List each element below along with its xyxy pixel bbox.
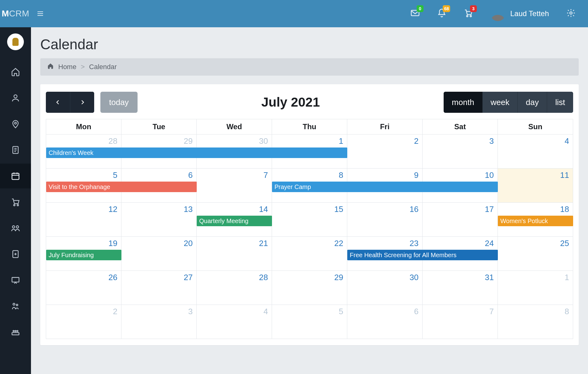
svg-point-1 bbox=[467, 15, 468, 17]
day-cell[interactable]: 30 bbox=[197, 134, 272, 169]
day-cell[interactable]: 21 bbox=[197, 237, 272, 271]
breadcrumb-current: Calendar bbox=[89, 63, 117, 71]
hamburger-icon[interactable] bbox=[31, 10, 50, 17]
day-cell[interactable]: 3 bbox=[423, 134, 498, 169]
today-button[interactable]: today bbox=[100, 92, 138, 113]
day-number: 29 bbox=[121, 134, 196, 147]
mail-icon[interactable]: 0 bbox=[410, 8, 420, 19]
nav-family[interactable] bbox=[0, 294, 31, 319]
day-cell[interactable]: 27 bbox=[121, 271, 197, 305]
day-cell[interactable]: 20 bbox=[121, 237, 197, 271]
day-cell[interactable]: 29 bbox=[121, 134, 197, 169]
view-list[interactable]: list bbox=[547, 92, 573, 113]
topbar-right: 0 68 3 Laud Tetteh bbox=[410, 6, 588, 21]
nav-add-document[interactable] bbox=[0, 242, 31, 266]
sidebar bbox=[0, 27, 31, 374]
day-cell[interactable]: 9 bbox=[347, 169, 423, 203]
nav-home[interactable] bbox=[0, 59, 31, 84]
svg-point-4 bbox=[14, 95, 17, 98]
day-cell[interactable]: 1 bbox=[272, 134, 347, 169]
day-cell[interactable]: 28 bbox=[197, 271, 272, 305]
next-button[interactable] bbox=[70, 92, 94, 113]
day-cell[interactable]: 6 bbox=[121, 169, 197, 203]
nav-location[interactable] bbox=[0, 112, 31, 136]
org-logo[interactable] bbox=[7, 33, 24, 50]
nav-people[interactable] bbox=[0, 86, 31, 110]
day-cell[interactable]: 1 bbox=[498, 271, 573, 305]
day-cell[interactable]: 5 bbox=[272, 305, 347, 339]
day-number: 26 bbox=[46, 271, 121, 284]
day-cell[interactable]: 11 bbox=[498, 169, 573, 203]
brand-logo[interactable]: MCRM bbox=[0, 0, 31, 27]
day-cell[interactable]: 4 bbox=[498, 134, 573, 169]
day-header: Sun bbox=[498, 119, 573, 134]
day-cell[interactable]: 3 bbox=[121, 305, 197, 339]
day-number: 28 bbox=[46, 134, 121, 147]
prev-button[interactable] bbox=[46, 92, 70, 113]
day-cell[interactable]: 5Visit to the Orphanage bbox=[46, 169, 121, 203]
home-icon bbox=[47, 63, 54, 71]
day-cell[interactable]: 8Prayer Camp bbox=[272, 169, 347, 203]
day-cell[interactable]: 14Quarterly Meeting bbox=[197, 203, 272, 237]
day-number: 1 bbox=[272, 134, 347, 147]
day-cell[interactable]: 8 bbox=[498, 305, 573, 339]
calendar-event[interactable]: July Fundraising bbox=[46, 250, 121, 260]
day-number: 28 bbox=[197, 271, 272, 284]
breadcrumb-home[interactable]: Home bbox=[58, 63, 77, 71]
svg-point-5 bbox=[15, 122, 16, 124]
day-cell[interactable]: 26 bbox=[46, 271, 121, 305]
view-day[interactable]: day bbox=[517, 92, 547, 113]
day-cell[interactable]: 6 bbox=[347, 305, 423, 339]
calendar-event[interactable]: Women's Potluck bbox=[498, 216, 573, 226]
day-cell[interactable]: 15 bbox=[272, 203, 347, 237]
day-cell[interactable]: 17 bbox=[423, 203, 498, 237]
day-cell[interactable]: 13 bbox=[121, 203, 197, 237]
day-cell[interactable]: 2 bbox=[46, 305, 121, 339]
cart-icon[interactable]: 3 bbox=[464, 8, 473, 19]
day-cell[interactable]: 18Women's Potluck bbox=[498, 203, 573, 237]
user-menu[interactable]: Laud Tetteh bbox=[490, 6, 549, 21]
day-cell[interactable]: 30 bbox=[347, 271, 423, 305]
day-cell[interactable]: 12 bbox=[46, 203, 121, 237]
cart-badge: 3 bbox=[470, 5, 477, 12]
nav-arrows bbox=[46, 92, 94, 113]
svg-point-18 bbox=[15, 330, 16, 332]
view-week[interactable]: week bbox=[482, 92, 518, 113]
day-cell[interactable]: 31 bbox=[423, 271, 498, 305]
day-cell[interactable]: 28Children's Week bbox=[46, 134, 121, 169]
day-number: 3 bbox=[423, 134, 498, 147]
day-cell[interactable]: 25 bbox=[498, 237, 573, 271]
day-number: 9 bbox=[347, 169, 422, 181]
day-number: 7 bbox=[197, 169, 272, 181]
day-cell[interactable]: 23Free Health Screening for All Members bbox=[347, 237, 423, 271]
nav-presentation[interactable] bbox=[0, 268, 31, 293]
day-cell[interactable]: 4 bbox=[197, 305, 272, 339]
day-cell[interactable]: 2 bbox=[347, 134, 423, 169]
nav-shop[interactable] bbox=[0, 190, 31, 214]
day-cell[interactable]: 16 bbox=[347, 203, 423, 237]
day-number: 3 bbox=[121, 305, 196, 318]
nav-seating[interactable] bbox=[0, 320, 31, 345]
calendar-event[interactable]: Quarterly Meeting bbox=[197, 216, 272, 226]
day-cell[interactable]: 10 bbox=[423, 169, 498, 203]
day-cell[interactable]: 24 bbox=[423, 237, 498, 271]
day-header: Fri bbox=[347, 119, 423, 134]
day-number: 7 bbox=[423, 305, 498, 318]
day-number: 24 bbox=[423, 237, 498, 249]
nav-documents[interactable] bbox=[0, 138, 31, 162]
bell-icon[interactable]: 68 bbox=[437, 8, 446, 19]
gear-icon[interactable] bbox=[566, 8, 576, 19]
nav-calendar[interactable] bbox=[0, 164, 31, 188]
view-month[interactable]: month bbox=[444, 92, 482, 113]
day-number: 10 bbox=[423, 169, 498, 181]
day-cell[interactable]: 29 bbox=[272, 271, 347, 305]
day-cell[interactable]: 22 bbox=[272, 237, 347, 271]
day-cell[interactable]: 7 bbox=[423, 305, 498, 339]
nav-groups[interactable] bbox=[0, 216, 31, 240]
day-cell[interactable]: 19July Fundraising bbox=[46, 237, 121, 271]
svg-rect-16 bbox=[12, 332, 19, 335]
day-cell[interactable]: 7 bbox=[197, 169, 272, 203]
mail-badge: 0 bbox=[417, 5, 423, 12]
username: Laud Tetteh bbox=[510, 9, 549, 18]
avatar bbox=[490, 6, 505, 21]
